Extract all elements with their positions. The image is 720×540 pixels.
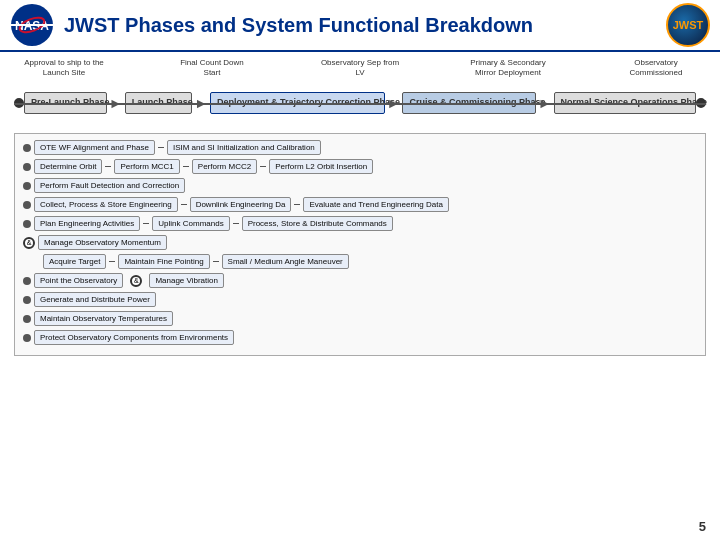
milestone-row: Approval to ship to the Launch Site Fina… [14, 58, 706, 77]
func-row-7: Acquire Target Maintain Fine Pointing Sm… [43, 254, 697, 269]
functional-breakdown-box: OTE WF Alignment and Phase ISIM and SI I… [14, 133, 706, 356]
func-box-vibration: Manage Vibration [149, 273, 224, 288]
phase-arrow-4: ► [538, 95, 552, 111]
func-box-acquire: Acquire Target [43, 254, 106, 269]
func-box-isim: ISIM and SI Initialization and Calibrati… [167, 140, 321, 155]
bullet-4 [23, 201, 31, 209]
phase-arrow-2: ► [194, 95, 208, 111]
milestone-1: Approval to ship to the Launch Site [24, 58, 104, 77]
func-box-uplink: Uplink Commands [152, 216, 229, 231]
func-box-mcc2: Perform MCC2 [192, 159, 257, 174]
bullet-10 [23, 315, 31, 323]
func-box-process: Process, Store & Distribute Commands [242, 216, 393, 231]
func-row-5: Plan Engineering Activities Uplink Comma… [23, 216, 697, 231]
bullet-2 [23, 163, 31, 171]
bullet-3 [23, 182, 31, 190]
bullet-5 [23, 220, 31, 228]
func-row-6: & Manage Observatory Momentum [23, 235, 697, 250]
func-row-11: Protect Observatory Components from Envi… [23, 330, 697, 345]
milestone-3: Observatory Sep from LV [320, 58, 400, 77]
bullet-9 [23, 296, 31, 304]
func-row-9: Generate and Distribute Power [23, 292, 697, 307]
func-box-power: Generate and Distribute Power [34, 292, 156, 307]
bullet-1 [23, 144, 31, 152]
phase-bar: Pre-Launch Phase ► Launch Phase ► Deploy… [14, 81, 706, 125]
func-row-2: Determine Orbit Perform MCC1 Perform MCC… [23, 159, 697, 174]
func-row-1: OTE WF Alignment and Phase ISIM and SI I… [23, 140, 697, 155]
func-row-4: Collect, Process & Store Engineering Dow… [23, 197, 697, 212]
func-box-fault: Perform Fault Detection and Correction [34, 178, 185, 193]
phase-timeline: Approval to ship to the Launch Site Fina… [0, 52, 720, 129]
func-row-8: Point the Observatory & Manage Vibration [23, 273, 697, 288]
phase-arrow-3: ► [387, 95, 401, 111]
bullet-8 [23, 277, 31, 285]
func-row-3: Perform Fault Detection and Correction [23, 178, 697, 193]
bullet-11 [23, 334, 31, 342]
page-number: 5 [699, 519, 706, 534]
func-box-ote: OTE WF Alignment and Phase [34, 140, 155, 155]
func-box-evaluate: Evaluate and Trend Engineering Data [303, 197, 448, 212]
page-header: NASA JWST Phases and System Functional B… [0, 0, 720, 52]
func-box-temp: Maintain Observatory Temperatures [34, 311, 173, 326]
jwst-logo-icon: JWST [666, 3, 710, 47]
func-box-l2: Perform L2 Orbit Insertion [269, 159, 373, 174]
func-box-mcc1: Perform MCC1 [114, 159, 179, 174]
func-row-10: Maintain Observatory Temperatures [23, 311, 697, 326]
page-title: JWST Phases and System Functional Breakd… [64, 14, 666, 37]
circle-connector-2: & [130, 275, 142, 287]
circle-connector: & [23, 237, 35, 249]
func-box-momentum: Manage Observatory Momentum [38, 235, 167, 250]
func-box-point: Point the Observatory [34, 273, 123, 288]
func-box-protect: Protect Observatory Components from Envi… [34, 330, 234, 345]
phase-arrow-1: ► [109, 95, 123, 111]
milestone-2: Final Count Down Start [172, 58, 252, 77]
milestone-4: Primary & Secondary Mirror Deployment [468, 58, 548, 77]
func-box-downlink: Downlink Engineering Da [190, 197, 292, 212]
nasa-logo-icon: NASA [10, 3, 54, 47]
func-box-orbit: Determine Orbit [34, 159, 102, 174]
func-box-angle: Small / Medium Angle Maneuver [222, 254, 349, 269]
milestone-5: Observatory Commissioned [616, 58, 696, 77]
func-box-collect: Collect, Process & Store Engineering [34, 197, 178, 212]
func-box-plan: Plan Engineering Activities [34, 216, 140, 231]
func-box-fine-pointing: Maintain Fine Pointing [118, 254, 209, 269]
